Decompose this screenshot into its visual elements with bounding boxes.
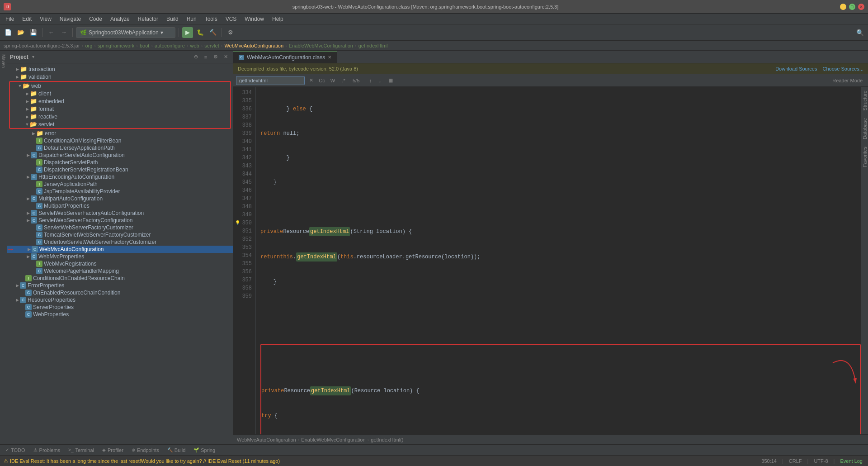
download-sources-link[interactable]: Download Sources: [775, 66, 817, 71]
tree-item-ConditionalOnMissingFilterBean[interactable]: I ConditionalOnMissingFilterBean: [7, 137, 233, 144]
tree-item-DefaultJerseyApplicationPath[interactable]: C DefaultJerseyApplicationPath: [7, 144, 233, 152]
debug-button[interactable]: 🐛: [195, 27, 206, 38]
menu-build[interactable]: Build: [163, 15, 182, 23]
tree-item-error[interactable]: ▶ 📁 error: [7, 129, 233, 137]
collapse-all-button[interactable]: ≡: [201, 52, 210, 62]
tree-item-web[interactable]: ▼ 📂 web: [10, 82, 230, 90]
editor-bc-method[interactable]: getIndexHtml(): [371, 437, 403, 442]
next-match-button[interactable]: ↓: [375, 76, 384, 85]
tree-item-transaction[interactable]: ▶ 📁 transaction: [7, 65, 233, 73]
bc-enablewebmvc[interactable]: EnableWebMvcConfiguration: [289, 43, 353, 48]
tree-item-ServletWebServerFactoryAutoConfiguration[interactable]: ▶ C ServletWebServerFactoryAutoConfigura…: [7, 209, 233, 217]
open-button[interactable]: 📂: [15, 27, 26, 38]
structure-tab[interactable]: Structure: [861, 87, 868, 114]
bc-springframework[interactable]: springframework: [98, 43, 134, 48]
menu-code[interactable]: Code: [85, 15, 106, 23]
code-content[interactable]: } else { return null; } } private Resour…: [256, 87, 861, 434]
filter-button[interactable]: ▦: [386, 76, 395, 85]
event-log[interactable]: Event Log: [838, 458, 864, 464]
tree-item-WebProperties[interactable]: C WebProperties: [7, 311, 233, 318]
tab-close-button[interactable]: ✕: [328, 55, 331, 60]
tree-item-TomcatServletWebServerFactoryCustomizer[interactable]: C TomcatServletWebServerFactoryCustomize…: [7, 231, 233, 238]
maximize-button[interactable]: □: [849, 4, 855, 10]
save-button[interactable]: 💾: [28, 27, 39, 38]
terminal-tab[interactable]: >_ Terminal: [65, 445, 98, 455]
tree-item-HttpEncodingAutoConfiguration[interactable]: ▶ C HttpEncodingAutoConfiguration: [7, 173, 233, 181]
favorites-tab[interactable]: Favorites: [861, 143, 868, 171]
editor-bc-webmvc[interactable]: WebMvcAutoConfiguration: [237, 437, 296, 442]
menu-help[interactable]: Help: [269, 15, 287, 23]
tree-item-WebMvcProperties[interactable]: ▶ C WebMvcProperties: [7, 253, 233, 260]
whole-words-button[interactable]: W: [328, 76, 337, 85]
bc-webmvc[interactable]: WebMvcAutoConfiguration: [224, 43, 283, 48]
line-endings[interactable]: CRLF: [787, 458, 804, 464]
endpoints-tab[interactable]: ⊕ Endpoints: [128, 445, 163, 455]
bc-getindexhtml[interactable]: getIndexHtml: [359, 43, 388, 48]
menu-tools[interactable]: Tools: [201, 15, 221, 23]
forward-button[interactable]: →: [58, 27, 69, 38]
build-button[interactable]: 🔨: [208, 27, 218, 38]
bc-boot[interactable]: boot: [140, 43, 149, 48]
build-tab[interactable]: 🔨 Build: [164, 445, 189, 455]
regex-button[interactable]: .*: [339, 76, 348, 85]
bc-org[interactable]: org: [85, 43, 92, 48]
tree-item-MultipartProperties[interactable]: C MultipartProperties: [7, 202, 233, 209]
maven-tab[interactable]: Maven: [0, 51, 7, 71]
database-tab[interactable]: Database: [861, 114, 868, 143]
sidebar-settings-button[interactable]: ⚙: [211, 52, 220, 62]
minimize-button[interactable]: —: [840, 4, 846, 10]
menu-vcs[interactable]: VCS: [222, 15, 241, 23]
menu-view[interactable]: View: [36, 15, 55, 23]
locate-file-button[interactable]: ⊕: [191, 52, 200, 62]
bc-web[interactable]: web: [190, 43, 199, 48]
tree-item-ServletWebServerFactoryConfiguration[interactable]: ▶ C ServletWebServerFactoryConfiguration: [7, 217, 233, 224]
choose-sources-link[interactable]: Choose Sources...: [823, 66, 864, 71]
tree-item-WebMvcAutoConfiguration[interactable]: ▶ C WebMvcAutoConfiguration: [7, 246, 233, 253]
menu-navigate[interactable]: Navigate: [56, 15, 85, 23]
tree-item-MultipartAutoConfiguration[interactable]: ▶ C MultipartAutoConfiguration: [7, 195, 233, 202]
menu-window[interactable]: Window: [241, 15, 268, 23]
tree-item-JerseyApplicationPath[interactable]: I JerseyApplicationPath: [7, 181, 233, 188]
spring-tab[interactable]: 🌱 Spring: [190, 445, 219, 455]
tree-item-ServletWebServerFactoryCustomizer[interactable]: C ServletWebServerFactoryCustomizer: [7, 224, 233, 231]
settings-button[interactable]: ⚙: [225, 27, 236, 38]
todo-tab[interactable]: ✓ TODO: [2, 445, 29, 455]
cursor-position[interactable]: 350:14: [760, 458, 778, 464]
close-button[interactable]: ✕: [858, 4, 864, 10]
run-button[interactable]: ▶: [182, 27, 193, 38]
tree-item-ConditionalOnEnabledResourceChain[interactable]: I ConditionalOnEnabledResourceChain: [7, 275, 233, 282]
profiler-tab[interactable]: ◈ Profiler: [99, 445, 127, 455]
charset[interactable]: UTF-8: [812, 458, 830, 464]
tree-item-embedded[interactable]: ▶ 📁 embedded: [10, 97, 230, 105]
editor-tab-webmvc[interactable]: C WebMvcAutoConfiguration.class ✕: [233, 51, 337, 63]
tree-item-format[interactable]: ▶ 📁 format: [10, 105, 230, 113]
menu-edit[interactable]: Edit: [19, 15, 35, 23]
bc-servlet[interactable]: servlet: [204, 43, 219, 48]
problems-tab[interactable]: ⚠ Problems: [30, 445, 64, 455]
back-button[interactable]: ←: [46, 27, 57, 38]
new-file-button[interactable]: 📄: [3, 27, 14, 38]
tree-item-ResourceProperties[interactable]: ▶ C ResourceProperties: [7, 296, 233, 304]
search-everywhere-button[interactable]: 🔍: [854, 27, 865, 38]
close-sidebar-button[interactable]: ✕: [221, 52, 230, 62]
close-search-button[interactable]: ✕: [307, 76, 316, 85]
search-input[interactable]: [239, 78, 302, 83]
bc-jar[interactable]: spring-boot-autoconfigure-2.5.3.jar: [4, 43, 80, 48]
tree-item-reactive[interactable]: ▶ 📁 reactive: [10, 113, 230, 120]
tree-item-validation[interactable]: ▶ 📁 validation: [7, 73, 233, 81]
menu-refactor[interactable]: Refactor: [134, 15, 162, 23]
tree-item-ServerProperties[interactable]: C ServerProperties: [7, 304, 233, 311]
match-case-button[interactable]: Cc: [317, 76, 326, 85]
tree-item-client[interactable]: ▶ 📁 client: [10, 90, 230, 97]
menu-run[interactable]: Run: [183, 15, 200, 23]
project-selector[interactable]: 🌿 Springboot03WebApplication ▾: [76, 27, 175, 38]
tree-item-DispatcherServletAutoConfiguration[interactable]: ▶ C DispatcherServletAutoConfiguration: [7, 152, 233, 159]
tree-item-DispatcherServletPath[interactable]: I DispatcherServletPath: [7, 159, 233, 166]
tree-item-DispatcherServletRegistrationBean[interactable]: C DispatcherServletRegistrationBean: [7, 166, 233, 173]
tree-item-ErrorProperties[interactable]: ▶ C ErrorProperties: [7, 282, 233, 289]
tree-item-UndertowServletWebServerFactoryCustomizer[interactable]: C UndertowServletWebServerFactoryCustomi…: [7, 238, 233, 246]
sidebar-dropdown-arrow[interactable]: ▾: [32, 54, 34, 59]
menu-file[interactable]: File: [2, 15, 18, 23]
tree-item-servlet[interactable]: ▼ 📂 servlet: [10, 120, 230, 128]
tree-item-JspTemplateAvailabilityProvider[interactable]: C JspTemplateAvailabilityProvider: [7, 188, 233, 195]
